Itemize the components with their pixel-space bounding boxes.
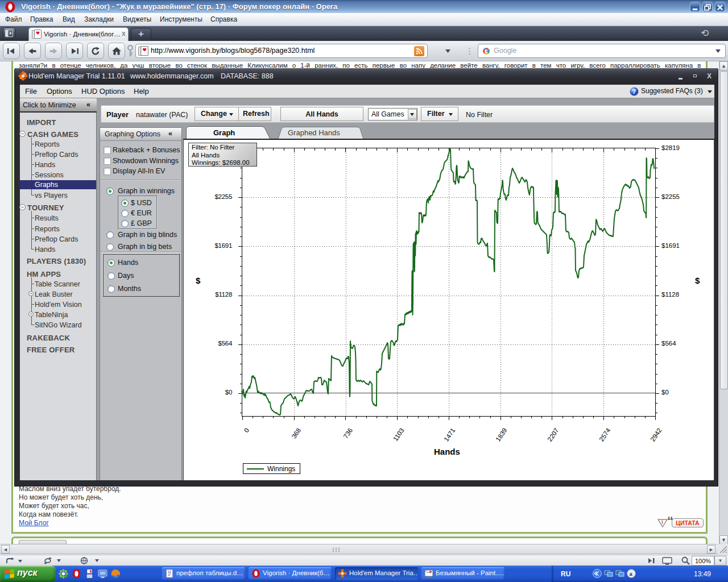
- svg-text:Graph: Graph: [213, 128, 235, 137]
- svg-text:!: !: [661, 519, 663, 525]
- svg-text:?: ?: [632, 88, 636, 95]
- svg-text:Graphed Hands: Graphed Hands: [288, 128, 340, 137]
- svg-text:a: a: [630, 571, 633, 577]
